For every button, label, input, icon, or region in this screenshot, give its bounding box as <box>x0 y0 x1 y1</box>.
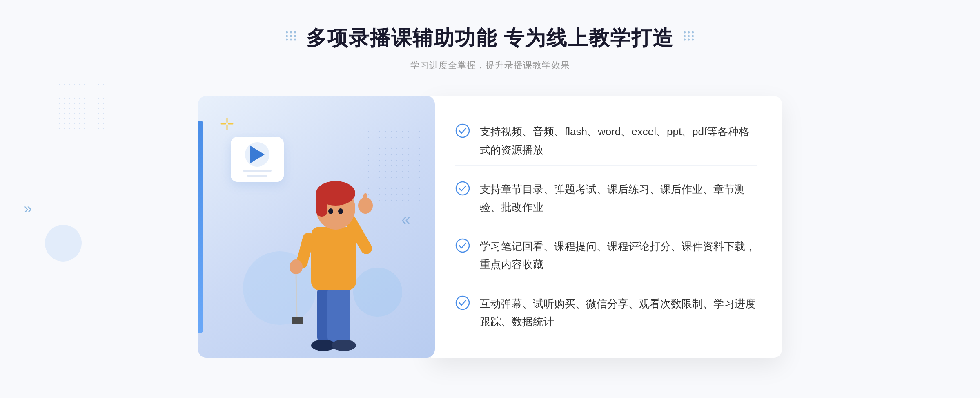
subtitle: 学习进度全掌握，提升录播课教学效果 <box>306 59 674 72</box>
person-figure <box>264 145 395 358</box>
page-container: » 多项录播课辅助功能 专为线上教学打造 学习进度全掌握，提升录播课教学效果 <box>0 0 980 398</box>
svg-rect-20 <box>292 317 303 324</box>
svg-rect-5 <box>327 284 350 345</box>
header-dots-left <box>286 31 296 40</box>
feature-item-2: 支持章节目录、弹题考试、课后练习、课后作业、章节测验、批改作业 <box>455 174 757 223</box>
feature-item-4: 互动弹幕、试听购买、微信分享、观看次数限制、学习进度跟踪、数据统计 <box>455 288 757 337</box>
feature-text-1: 支持视频、音频、flash、word、excel、ppt、pdf等各种格式的资源… <box>480 123 757 159</box>
svg-rect-17 <box>363 193 368 208</box>
check-icon-1 <box>455 123 470 138</box>
feature-item-1: 支持视频、音频、flash、word、excel、ppt、pdf等各种格式的资源… <box>455 116 757 165</box>
chevron-left-icon: » <box>24 200 32 217</box>
svg-point-7 <box>332 340 356 351</box>
svg-rect-13 <box>316 192 327 217</box>
header-dots-right <box>684 31 694 40</box>
feature-item-3: 学习笔记回看、课程提问、课程评论打分、课件资料下载，重点内容收藏 <box>455 231 757 280</box>
svg-point-14 <box>328 208 333 214</box>
check-icon-2 <box>455 181 470 196</box>
feature-text-2: 支持章节目录、弹题考试、课后练习、课后作业、章节测验、批改作业 <box>480 180 757 216</box>
svg-rect-8 <box>311 227 356 290</box>
page-header: 多项录播课辅助功能 专为线上教学打造 学习进度全掌握，提升录播课教学效果 <box>306 0 674 72</box>
bg-dots-left <box>57 82 106 131</box>
illustration-card: « <box>198 96 435 358</box>
illus-arrows-icon: « <box>401 210 410 229</box>
feature-text-4: 互动弹幕、试听购买、微信分享、观看次数限制、学习进度跟踪、数据统计 <box>480 295 757 331</box>
svg-point-18 <box>290 259 303 274</box>
svg-point-15 <box>338 208 343 214</box>
sparkle-icon <box>220 117 234 132</box>
features-panel: 支持视频、音频、flash、word、excel、ppt、pdf等各种格式的资源… <box>431 96 782 358</box>
feature-text-3: 学习笔记回看、课程提问、课程评论打分、课件资料下载，重点内容收藏 <box>480 237 757 273</box>
main-title: 多项录播课辅助功能 专为线上教学打造 <box>306 25 674 52</box>
check-icon-3 <box>455 238 470 253</box>
svg-point-22 <box>456 182 469 195</box>
svg-point-24 <box>456 296 469 309</box>
blue-bar <box>198 121 203 333</box>
main-content: « <box>198 96 782 358</box>
bg-circle-left <box>45 225 82 262</box>
title-row: 多项录播课辅助功能 专为线上教学打造 <box>306 25 674 52</box>
svg-point-23 <box>456 239 469 252</box>
svg-point-21 <box>456 124 469 137</box>
svg-line-19 <box>296 274 297 317</box>
check-icon-4 <box>455 295 470 310</box>
